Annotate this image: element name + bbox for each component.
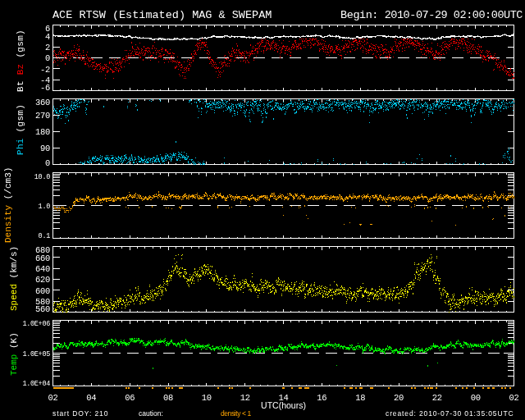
- svg-text:08: 08: [163, 393, 173, 403]
- svg-text:560: 560: [35, 304, 50, 314]
- svg-text:0: 0: [45, 53, 50, 63]
- svg-text:0: 0: [45, 158, 50, 168]
- svg-text:1.0E+06: 1.0E+06: [22, 320, 50, 328]
- svg-text:Temp (K): Temp (K): [9, 332, 19, 376]
- svg-text:created: 2010-07-30 01:35:05UT: created: 2010-07-30 01:35:05UTC: [386, 409, 514, 418]
- svg-text:270: 270: [35, 111, 50, 121]
- svg-text:10.0: 10.0: [34, 173, 50, 181]
- svg-text:00: 00: [471, 393, 481, 403]
- svg-text:-6: -6: [40, 83, 50, 93]
- svg-text:02: 02: [509, 393, 518, 403]
- svg-text:90: 90: [40, 144, 50, 153]
- svg-text:16: 16: [317, 393, 326, 403]
- svg-text:4: 4: [45, 32, 50, 42]
- svg-text:360: 360: [35, 98, 50, 107]
- svg-text:660: 660: [35, 253, 50, 263]
- svg-text:caution:: caution:: [139, 409, 163, 418]
- svg-text:640: 640: [35, 264, 50, 274]
- svg-text:12: 12: [240, 393, 250, 403]
- svg-text:Bt Bz (gsm): Bt Bz (gsm): [16, 30, 25, 92]
- svg-text:1.0E+05: 1.0E+05: [22, 350, 50, 358]
- svg-text:UTC(hours): UTC(hours): [261, 400, 306, 410]
- svg-text:Begin: 2010-07-29 02:00:00UTC: Begin: 2010-07-29 02:00:00UTC: [340, 9, 523, 21]
- svg-text:18: 18: [355, 393, 365, 403]
- svg-text:Speed (km/s): Speed (km/s): [9, 246, 19, 311]
- svg-text:start DOY: 210: start DOY: 210: [52, 409, 108, 418]
- svg-text:density < 1: density < 1: [221, 409, 251, 418]
- svg-text:1.0: 1.0: [39, 203, 51, 211]
- svg-text:Density (/cm3): Density (/cm3): [3, 167, 13, 243]
- svg-text:180: 180: [35, 127, 50, 137]
- svg-text:06: 06: [125, 393, 135, 403]
- svg-text:02: 02: [48, 393, 57, 403]
- svg-text:22: 22: [432, 393, 442, 403]
- svg-text:620: 620: [35, 275, 50, 285]
- svg-text:ACE RTSW (Estimated) MAG & SWE: ACE RTSW (Estimated) MAG & SWEPAM: [52, 9, 272, 21]
- svg-text:2: 2: [45, 43, 50, 52]
- svg-text:04: 04: [86, 393, 96, 403]
- svg-text:Phi (gsm): Phi (gsm): [16, 104, 25, 155]
- svg-text:600: 600: [35, 286, 50, 296]
- svg-text:1.0E+04: 1.0E+04: [22, 380, 50, 388]
- svg-text:-2: -2: [40, 65, 50, 75]
- svg-text:10: 10: [202, 393, 212, 403]
- svg-text:20: 20: [394, 393, 404, 403]
- svg-text:0.1: 0.1: [39, 232, 51, 240]
